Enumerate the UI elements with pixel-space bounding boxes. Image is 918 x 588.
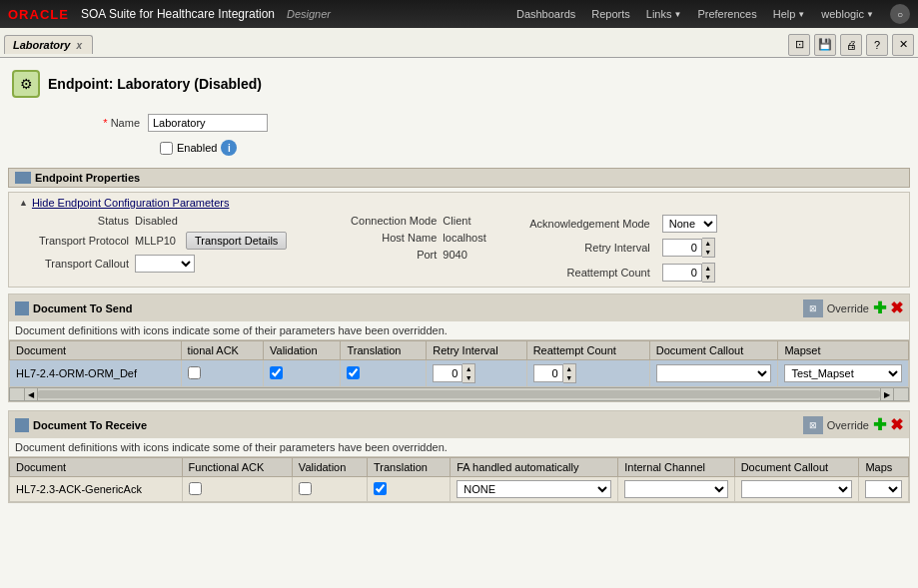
hscroll-left-btn[interactable]: ◀ — [24, 387, 38, 401]
recv-validation-checkbox[interactable] — [299, 482, 312, 495]
recv-functional-ack-checkbox[interactable] — [189, 482, 202, 495]
user-chevron-icon: ▼ — [866, 10, 874, 19]
retry-interval-row: Retry Interval ▲ ▼ — [526, 238, 717, 258]
host-name-label: Host Name — [327, 232, 437, 244]
send-doc-name-cell: HL7-2.4-ORM-ORM_Def — [10, 360, 182, 387]
host-name-value: localhost — [443, 232, 485, 244]
reattempt-count-spinbtns: ▲ ▼ — [702, 263, 715, 283]
nav-help-dropdown[interactable]: Help ▼ — [773, 8, 806, 20]
nav-dashboards[interactable]: Dashboards — [516, 8, 575, 20]
doc-receive-label: Document To Receive — [33, 419, 147, 431]
reattempt-count-label: Reattempt Count — [526, 267, 656, 279]
app-title: SOA Suite for Healthcare Integration — [81, 7, 275, 21]
recv-fa-handled-select[interactable]: NONE — [457, 480, 611, 498]
restore-button[interactable]: ⊡ — [788, 34, 810, 56]
recv-col-translation: Translation — [367, 458, 450, 477]
recv-translation-checkbox[interactable] — [374, 482, 387, 495]
connection-mode-row: Connection Mode Client — [327, 215, 485, 227]
recv-internal-channel-select[interactable] — [624, 480, 727, 498]
recv-func-ack-cell — [182, 477, 292, 502]
help-chevron-icon: ▼ — [797, 10, 805, 19]
doc-send-actions: ⊠ Override ✚ ✖ — [803, 298, 903, 317]
links-chevron-icon: ▼ — [673, 10, 681, 19]
send-mapset-select[interactable]: Test_Mapset — [784, 364, 902, 382]
send-functional-ack-checkbox[interactable] — [188, 366, 201, 379]
port-row: Port 9040 — [327, 249, 485, 261]
send-retry-input[interactable] — [433, 364, 462, 382]
retry-interval-input[interactable] — [662, 239, 702, 257]
send-reattempt-down-btn[interactable]: ▼ — [563, 373, 575, 382]
send-retry-spinner: ▲ ▼ — [433, 363, 519, 383]
send-validation-checkbox[interactable] — [270, 366, 283, 379]
doc-receive-section: Document To Receive ⊠ Override ✚ ✖ Docum… — [8, 410, 910, 503]
send-mapset-cell: Test_Mapset — [778, 360, 909, 387]
hide-config-label[interactable]: Hide Endpoint Configuration Parameters — [32, 197, 230, 209]
override-send-label[interactable]: Override — [827, 302, 869, 314]
send-retry-down-btn[interactable]: ▼ — [462, 373, 474, 382]
override-receive-label[interactable]: Override — [827, 419, 869, 431]
send-reattempt-spinner: ▲ ▼ — [533, 363, 643, 383]
transport-details-button[interactable]: Transport Details — [186, 232, 287, 250]
nav-preferences-dropdown[interactable]: Preferences — [697, 8, 756, 20]
doc-receive-icon — [15, 418, 29, 432]
hscroll-track[interactable] — [38, 390, 880, 398]
send-retry-spinbtns: ▲ ▼ — [462, 363, 475, 383]
nav-links-dropdown[interactable]: Links ▼ — [646, 8, 682, 20]
retry-interval-down-button[interactable]: ▼ — [702, 248, 714, 257]
nav-reports[interactable]: Reports — [591, 8, 630, 20]
tab-laboratory[interactable]: Laboratory x — [4, 35, 93, 54]
send-func-ack-cell — [181, 360, 263, 387]
recv-mapset-select[interactable] — [865, 480, 902, 498]
remove-receive-doc-button[interactable]: ✖ — [890, 415, 903, 434]
doc-send-hint: Document definitions with icons indicate… — [9, 321, 909, 340]
send-reattempt-up-btn[interactable]: ▲ — [563, 364, 575, 373]
reattempt-count-down-button[interactable]: ▼ — [702, 273, 714, 282]
recv-internal-channel-cell — [618, 477, 734, 502]
ack-mode-select[interactable]: None — [662, 215, 717, 233]
remove-send-doc-button[interactable]: ✖ — [890, 298, 903, 317]
help-button[interactable]: ? — [866, 34, 888, 56]
status-value: Disabled — [135, 215, 178, 227]
recv-validation-cell — [292, 477, 367, 502]
oracle-logo: ORACLE — [8, 7, 69, 22]
doc-send-hscroll[interactable]: ◀ ▶ — [9, 387, 909, 401]
send-retry-up-btn[interactable]: ▲ — [462, 364, 474, 373]
page-title: Endpoint: Laboratory (Disabled) — [48, 76, 262, 92]
transport-callout-select[interactable] — [135, 255, 195, 273]
add-receive-doc-button[interactable]: ✚ — [873, 415, 886, 434]
hscroll-right-btn[interactable]: ▶ — [880, 387, 894, 401]
send-reattempt-input[interactable] — [533, 364, 563, 382]
reattempt-count-spinner: ▲ ▼ — [662, 263, 715, 283]
reattempt-count-up-button[interactable]: ▲ — [702, 264, 714, 273]
send-translation-cell — [341, 360, 427, 387]
transport-callout-row: Transport Callout — [19, 255, 287, 273]
send-translation-checkbox[interactable] — [347, 366, 360, 379]
close-panel-button[interactable]: ✕ — [892, 34, 914, 56]
connection-mode-value: Client — [443, 215, 470, 227]
collapse-arrow-icon[interactable]: ▲ — [19, 198, 28, 208]
name-input[interactable] — [148, 114, 268, 132]
port-label: Port — [327, 249, 437, 261]
reattempt-count-input[interactable] — [662, 264, 702, 282]
tab-actions: ⊡ 💾 🖨 ? ✕ — [788, 34, 914, 56]
col-reattempt-count: Reattempt Count — [526, 341, 649, 360]
send-retry-cell: ▲ ▼ — [427, 360, 526, 387]
recv-doc-callout-select[interactable] — [741, 480, 853, 498]
save-button[interactable]: 💾 — [814, 34, 836, 56]
enabled-checkbox[interactable] — [160, 142, 173, 155]
tab-bar: Laboratory x ⊡ 💾 🖨 ? ✕ — [0, 28, 918, 58]
tab-close-button[interactable]: x — [76, 40, 82, 51]
send-doc-callout-cell — [649, 360, 778, 387]
recv-fa-handled-cell: NONE — [451, 477, 618, 502]
doc-send-header: Document To Send ⊠ Override ✚ ✖ — [9, 294, 909, 321]
send-doc-callout-select[interactable] — [656, 364, 772, 382]
info-icon[interactable]: i — [221, 140, 237, 156]
recv-col-mapset: Maps — [859, 458, 909, 477]
properties-section-icon — [15, 172, 31, 184]
status-row: Status Disabled — [19, 215, 287, 227]
nav-user-dropdown[interactable]: weblogic ▼ — [821, 8, 874, 20]
print-button[interactable]: 🖨 — [840, 34, 862, 56]
oracle-text: ORACLE — [8, 7, 69, 22]
add-send-doc-button[interactable]: ✚ — [873, 298, 886, 317]
retry-interval-up-button[interactable]: ▲ — [702, 239, 714, 248]
